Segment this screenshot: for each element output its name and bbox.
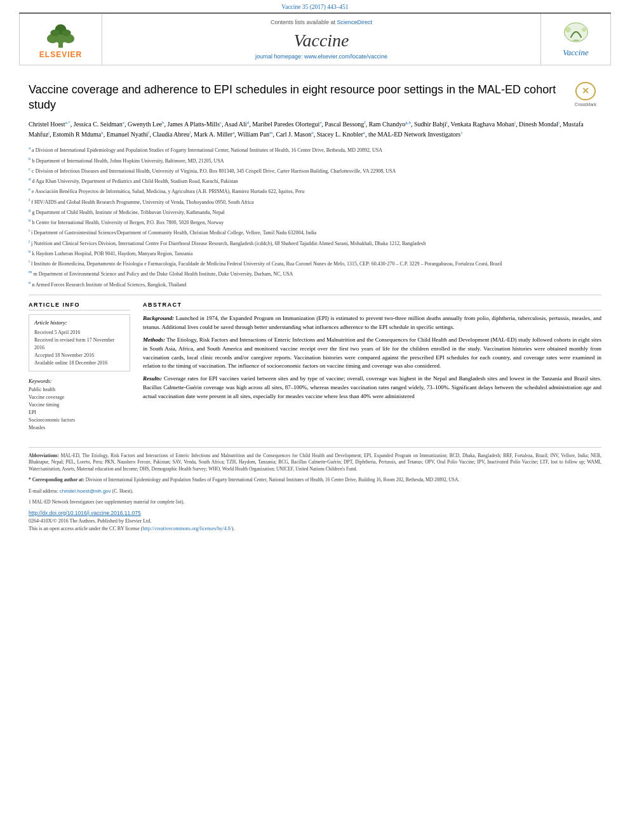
sciencedirect-link[interactable]: ScienceDirect — [337, 19, 373, 25]
footnotes-area: Abbreviations: MAL-ED, The Etiology, Ris… — [29, 447, 601, 533]
author-miller: Mark A. Millera, — [194, 131, 238, 138]
svg-point-9 — [582, 27, 586, 32]
cc-link[interactable]: http://creativecommons.org/licenses/by/4… — [142, 526, 231, 531]
crossmark-icon: ✕ — [575, 82, 596, 100]
journal-homepage-link[interactable]: journal homepage: www.elsevier.com/locat… — [255, 53, 387, 60]
elsevier-logo-section: ELSEVIER — [20, 14, 102, 65]
article-history-title: Article history: — [34, 319, 124, 327]
background-text: Launched in 1974, the Expanded Program o… — [143, 315, 601, 330]
author-platts-mills: James A Platts-Millsc, — [168, 121, 225, 128]
affiliation-f: f f HIV/AIDS and Global Health Research … — [29, 197, 601, 206]
author-mohan: Venkata Raghava Mohani, — [451, 121, 519, 128]
affiliation-m: m m Department of Environmental Science … — [29, 269, 601, 277]
crossmark-label: CrossMark — [575, 102, 596, 107]
affiliation-n: n n Armed Forces Research Institute of M… — [29, 279, 601, 288]
article-info-header: Article Info — [29, 302, 130, 310]
article-title: Vaccine coverage and adherence to EPI sc… — [29, 82, 601, 113]
results-label: Results: — [143, 375, 162, 382]
methods-text: The Etiology, Risk Factors and Interacti… — [143, 337, 601, 370]
affiliation-b: b b Department of International Health, … — [29, 156, 601, 164]
doi-link[interactable]: http://dx.doi.org/10.1016/j.vaccine.2016… — [29, 510, 601, 516]
author-mondal: Dinesh Mondalj, — [519, 121, 563, 128]
author-mduma: Estomih R Mdumak, — [53, 131, 107, 138]
author-lee: Gwenyth Leeb, — [128, 121, 168, 128]
keyword-vaccine-coverage: Vaccine coverage — [29, 394, 130, 401]
keyword-measles: Measles — [29, 424, 130, 432]
author-babji: Sudhir Babjii, — [414, 121, 451, 128]
author-seidman: Jessica C. Seidmana, — [74, 121, 128, 128]
affiliation-e: e e Asociación Benéfica Proyectos de Inf… — [29, 186, 601, 195]
affiliation-d: d d Aga Khan University, Department of P… — [29, 176, 601, 185]
author-abreu: Claudia Abreul, — [152, 131, 194, 138]
abstract-methods: Methods: The Etiology, Risk Factors and … — [143, 336, 601, 371]
available-date: Available online 18 December 2016 — [34, 359, 124, 367]
affiliation-a: a a Division of International Epidemiolo… — [29, 145, 601, 154]
contents-available-line: Contents lists available at ScienceDirec… — [271, 19, 372, 25]
journal-center-info: Contents lists available at ScienceDirec… — [102, 14, 540, 65]
svg-point-8 — [565, 27, 570, 32]
journal-title: Vaccine — [293, 30, 349, 51]
email-label: E-mail address: — [29, 488, 58, 494]
received-date: Received 5 April 2016 — [34, 329, 124, 337]
abbreviations-text: MAL-ED, The Etiology, Risk Factors and I… — [29, 453, 601, 472]
author-nyathi: Emanuel Nyathif, — [107, 131, 153, 138]
email-footnote: E-mail address: christel.hoest@nih.gov (… — [29, 488, 601, 495]
keyword-public-health: Public health — [29, 386, 130, 394]
keyword-epi: EPI — [29, 409, 130, 417]
copyright-text: 0264-410X/© 2016 The Authors. Published … — [29, 517, 601, 533]
email-link[interactable]: christel.hoest@nih.gov — [60, 488, 111, 494]
article-info-column: Article Info Article history: Received 5… — [29, 302, 130, 432]
network-footnote: 1 MAL-ED Network Investigators (see supp… — [29, 499, 601, 506]
abstract-header: Abstract — [143, 302, 601, 310]
main-content: Vaccine coverage and adherence to EPI sc… — [0, 65, 630, 438]
abstract-column: Abstract Background: Launched in 1974, t… — [143, 302, 601, 432]
methods-label: Methods: — [143, 337, 165, 343]
author-ali: Asad Alid, — [224, 121, 252, 128]
affiliation-j: j j Nutrition and Clinical Services Divi… — [29, 238, 601, 247]
vaccine-logo-section: Vaccine — [540, 14, 610, 65]
author-pan: William Panm, — [238, 131, 276, 138]
keyword-vaccine-timing: Vaccine timing — [29, 401, 130, 409]
corresponding-footnote: * Corresponding author at: Division of I… — [29, 477, 601, 484]
page-wrapper: Vaccine 35 (2017) 443–451 ELSEVIER — [0, 0, 630, 533]
svg-point-6 — [62, 29, 70, 36]
author-paredes: Maribel Paredes Olorteguie, — [252, 121, 325, 128]
keywords-section: Keywords: Public health Vaccine coverage… — [29, 378, 130, 432]
vaccine-logo-box: Vaccine — [560, 21, 592, 58]
affiliation-h: h h Centre for International Health, Uni… — [29, 217, 601, 226]
svg-point-5 — [50, 29, 59, 36]
author-knobler: Stacey L. Knoblera, — [317, 131, 368, 138]
author-mason: Carl J. Masonn, — [276, 131, 316, 138]
abbreviations-label: Abbreviations: — [29, 453, 59, 458]
corresponding-text: Division of International Epidemiology a… — [86, 477, 460, 483]
corresponding-label: * Corresponding author at: — [29, 477, 84, 483]
keyword-socioeconomic: Socioeconomic factors — [29, 417, 130, 424]
vaccine-logo-text: Vaccine — [563, 48, 588, 58]
author-network: the MAL-ED Network Investigators1 — [368, 131, 463, 138]
affiliation-g: g g Department of Child Health, Institut… — [29, 207, 601, 216]
background-label: Background: — [143, 315, 174, 321]
two-column-section: Article Info Article history: Received 5… — [29, 302, 601, 432]
authors-section: Christel Hoesta,*, Jessica C. Seidmana, … — [29, 119, 601, 140]
accepted-date: Accepted 18 November 2016 — [34, 352, 124, 359]
affiliation-c: c c Division of Infectious Diseases and … — [29, 166, 601, 175]
elsevier-tree-icon — [43, 20, 78, 49]
affiliation-l: l l Instituto de Biomedicina, Departamen… — [29, 258, 601, 267]
abbreviations-footnote: Abbreviations: MAL-ED, The Etiology, Ris… — [29, 453, 601, 474]
journal-ref-text: Vaccine 35 (2017) 443–451 — [281, 4, 348, 10]
article-title-text: Vaccine coverage and adherence to EPI sc… — [29, 83, 556, 111]
author-hoest: Christel Hoesta,*, — [29, 121, 74, 128]
abstract-results: Results: Coverage rates for EPI vaccines… — [143, 375, 601, 401]
author-chandyo: Ram Chandyog,h, — [369, 121, 414, 128]
elsevier-wordmark: ELSEVIER — [39, 50, 82, 59]
issn-text: 0264-410X/© 2016 The Authors. Published … — [29, 518, 151, 524]
journal-header: ELSEVIER Contents lists available at Sci… — [19, 13, 611, 65]
crossmark-badge: ✕ CrossMark — [570, 82, 601, 107]
keywords-title: Keywords: — [29, 378, 130, 384]
vaccine-logo-icon — [560, 21, 592, 46]
author-bessong: Pascal Bessongf, — [325, 121, 368, 128]
affiliation-k: k k Haydom Lutheran Hospital, POB 9041, … — [29, 248, 601, 257]
received-revised-date: Received in revised form 17 November 201… — [34, 337, 124, 352]
journal-ref-bar: Vaccine 35 (2017) 443–451 — [0, 0, 630, 13]
article-history-box: Article history: Received 5 April 2016 R… — [29, 314, 130, 371]
